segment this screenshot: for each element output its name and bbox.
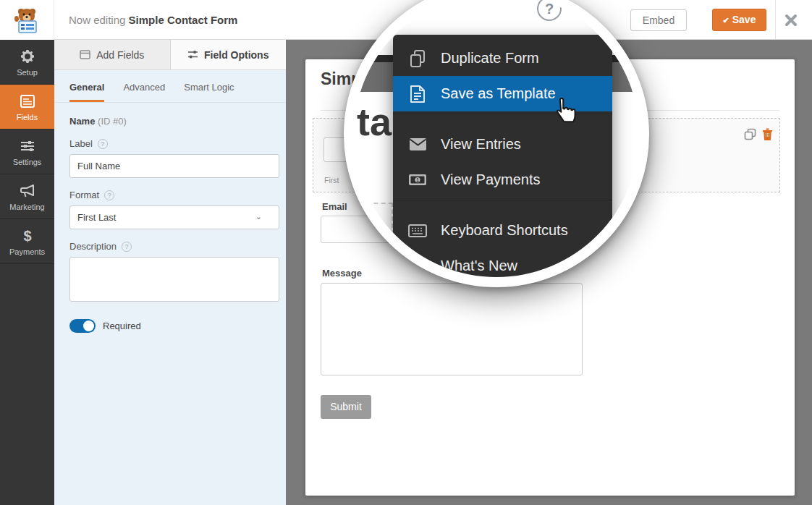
format-option-label: Format?	[69, 190, 271, 200]
sidebar-item-setup[interactable]: Setup	[0, 40, 54, 85]
required-label: Required	[103, 321, 141, 331]
view-payments-icon: 1	[408, 174, 427, 186]
field-heading: Name (ID #0)	[69, 116, 271, 127]
save-template-icon	[410, 85, 426, 103]
megaphone-icon	[19, 182, 36, 200]
option-subtabs: General Advanced Smart Logic	[54, 70, 286, 103]
sidebar-item-fields[interactable]: Fields	[0, 85, 54, 130]
required-toggle[interactable]	[69, 319, 96, 333]
menu-divider	[393, 200, 612, 213]
sliders-icon	[19, 137, 36, 155]
label-input[interactable]	[69, 154, 279, 178]
preview-submit-button: Submit	[321, 395, 371, 419]
chevron-down-icon: ⌄	[255, 212, 262, 221]
subtab-general[interactable]: General	[69, 82, 104, 102]
help-button[interactable]: ?	[537, 0, 562, 21]
close-icon	[784, 13, 798, 27]
sidebar-item-payments[interactable]: $ Payments	[0, 219, 54, 264]
now-editing-text: Now editing Simple Contact Form	[69, 0, 237, 40]
menu-divider	[393, 114, 612, 127]
builder-dropdown-menu: Duplicate Form Save as Template View Ent…	[393, 35, 612, 287]
wpforms-bear-icon	[12, 6, 41, 35]
subtab-advanced[interactable]: Advanced	[123, 82, 165, 102]
email-field-label: Email	[322, 201, 347, 212]
sidebar-item-settings[interactable]: Settings	[0, 130, 54, 174]
panel-tabs: Add Fields Field Options	[54, 40, 286, 70]
label-option-label: Label?	[69, 138, 271, 149]
message-field-label: Message	[322, 268, 362, 279]
entries-icon	[409, 137, 427, 151]
message-textarea	[321, 283, 583, 375]
delete-field-icon[interactable]	[762, 128, 773, 140]
field-options-icon	[187, 50, 198, 59]
description-option-label: Description?	[69, 241, 271, 252]
add-fields-icon	[80, 50, 90, 59]
tab-field-options[interactable]: Field Options	[171, 40, 287, 69]
first-sublabel: First	[324, 176, 339, 184]
subtab-smart-logic[interactable]: Smart Logic	[184, 82, 234, 102]
help-icon[interactable]: ?	[122, 242, 132, 252]
menu-item-view-entries[interactable]: View Entries	[393, 127, 612, 162]
save-button[interactable]: ✔Save	[712, 9, 766, 31]
help-icon[interactable]: ?	[104, 190, 114, 200]
field-options-panel: Add Fields Field Options General Advance…	[54, 40, 286, 505]
form-fields-icon	[19, 93, 36, 110]
toolbar-divider	[775, 0, 776, 40]
svg-text:$: $	[23, 228, 31, 244]
duplicate-field-icon[interactable]	[744, 128, 756, 140]
duplicate-icon	[409, 49, 426, 68]
menu-item-save-as-template[interactable]: Save as Template	[393, 76, 612, 111]
keyboard-icon	[408, 224, 427, 237]
help-icon[interactable]: ?	[98, 139, 108, 149]
cursor-hand-icon	[551, 98, 577, 127]
sidebar-item-marketing[interactable]: Marketing	[0, 174, 54, 219]
menu-item-duplicate-form[interactable]: Duplicate Form	[393, 41, 612, 76]
check-icon: ✔	[723, 16, 729, 25]
dollar-icon: $	[19, 227, 36, 245]
svg-text:1: 1	[416, 177, 419, 182]
menu-item-keyboard-shortcuts[interactable]: Keyboard Shortcuts	[393, 213, 612, 248]
form-name: Simple Contact Form	[129, 14, 238, 26]
embed-button[interactable]: Embed	[630, 9, 687, 31]
format-select[interactable]: ⌄	[69, 205, 271, 241]
wpforms-logo	[0, 0, 54, 40]
menu-item-view-payments[interactable]: 1 View Payments	[393, 162, 612, 198]
close-builder-button[interactable]	[784, 13, 798, 27]
description-textarea[interactable]	[69, 257, 279, 302]
builder-sidebar: Setup Fields Settings Marketing $ Paymen…	[0, 40, 54, 505]
tab-add-fields[interactable]: Add Fields	[54, 40, 171, 69]
gear-icon	[19, 48, 36, 65]
